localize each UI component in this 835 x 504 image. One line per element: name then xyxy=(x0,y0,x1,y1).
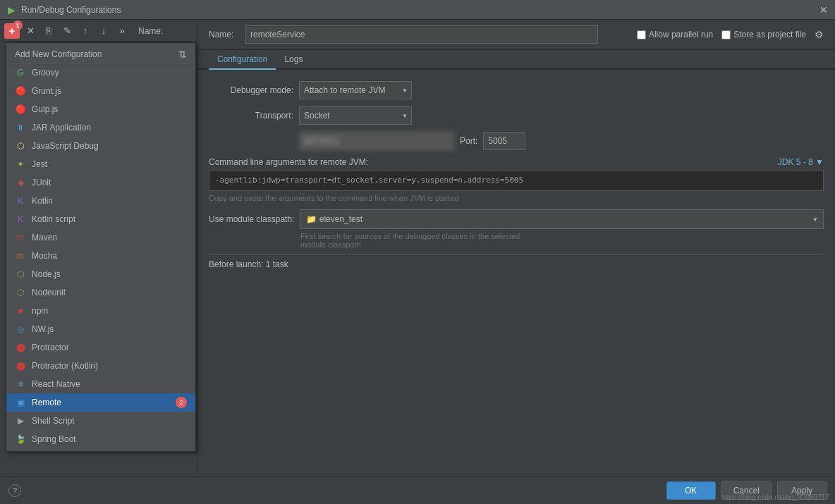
title-bar: ▶ Run/Debug Configurations ✕ xyxy=(0,0,835,20)
spring-boot-label: Spring Boot xyxy=(32,434,76,444)
sidebar-item-spring-boot[interactable]: 🍃 Spring Boot xyxy=(6,430,195,448)
ok-button[interactable]: OK xyxy=(666,481,716,500)
sidebar-item-kotlin[interactable]: K Kotlin xyxy=(6,192,195,210)
delete-button[interactable]: ✕ xyxy=(23,23,38,39)
sidebar-item-jest[interactable]: ✦ Jest xyxy=(6,155,195,173)
sidebar-toolbar: + 1 ✕ ⎘ ✎ ↑ ↓ » Name: xyxy=(0,20,197,42)
host-port-row: Port: xyxy=(209,132,824,150)
gulpjs-label: Gulp.js xyxy=(32,104,58,114)
sidebar-item-kotlin-script[interactable]: K Kotlin script xyxy=(6,210,195,228)
jsdebug-label: JavaScript Debug xyxy=(32,141,99,151)
move-down-button[interactable]: ↓ xyxy=(96,23,111,39)
sidebar-item-nodeunit[interactable]: ⬡ Nodeunit xyxy=(6,283,195,302)
badge-1: 1 xyxy=(13,20,23,30)
jar-icon: II xyxy=(15,122,26,133)
groovy-label: Groovy xyxy=(32,68,59,78)
name-label: Name: xyxy=(209,30,237,39)
module-classpath-select[interactable]: 📁 eleven_test xyxy=(300,209,824,229)
sidebar-item-protractor[interactable]: ⬤ Protractor xyxy=(6,338,195,357)
sidebar-item-protractor-kotlin[interactable]: ⬤ Protractor (Kotlin) xyxy=(6,357,195,375)
jdk-link[interactable]: JDK 5 - 8 ▼ xyxy=(778,157,824,167)
module-select-wrapper: 📁 eleven_test xyxy=(300,209,824,229)
host-input[interactable] xyxy=(299,132,454,150)
main-layout: + 1 ✕ ⎘ ✎ ↑ ↓ » Name: Add New Configurat… xyxy=(0,20,835,476)
tab-logs[interactable]: Logs xyxy=(276,50,311,70)
tab-configuration[interactable]: Configuration xyxy=(209,50,276,70)
gear-icon[interactable]: ⚙ xyxy=(815,29,824,40)
nodeunit-icon: ⬡ xyxy=(15,287,26,298)
spring-boot-icon: 🍃 xyxy=(15,434,26,445)
mocha-icon: m xyxy=(15,250,26,262)
transport-select[interactable]: Socket Shared memory xyxy=(299,106,412,125)
sidebar-item-jar[interactable]: II JAR Application xyxy=(6,118,195,137)
sidebar-item-nwjs[interactable]: ◎ NW.js xyxy=(6,320,195,338)
sidebar-item-remote[interactable]: ▣ Remote 2 xyxy=(6,393,195,412)
sidebar-item-npm[interactable]: ■ npm xyxy=(6,302,195,320)
settings-button[interactable]: ✎ xyxy=(59,23,75,39)
protractor-label: Protractor xyxy=(32,343,69,352)
groovy-icon: G xyxy=(15,67,26,78)
sidebar-item-junit[interactable]: ◆ JUnit xyxy=(6,173,195,192)
cmdline-header: Command line arguments for remote JVM: J… xyxy=(209,157,824,167)
npm-icon: ■ xyxy=(15,305,26,316)
sidebar-item-nodejs[interactable]: ⬡ Node.js xyxy=(6,265,195,283)
debugger-mode-row: Debugger mode: Attach to remote JVM List… xyxy=(209,81,824,99)
debugger-mode-select[interactable]: Attach to remote JVM Listen to remote JV… xyxy=(299,81,412,99)
sidebar-item-gruntjs[interactable]: 🔴 Grunt.js xyxy=(6,82,195,100)
remote-label: Remote xyxy=(32,398,61,407)
sidebar-item-groovy[interactable]: G Groovy xyxy=(6,63,195,82)
window-title: Run/Debug Configurations xyxy=(21,5,121,15)
sidebar-item-react-native[interactable]: ⚛ React Native xyxy=(6,375,195,393)
store-as-project-checkbox[interactable] xyxy=(721,30,731,39)
content-area: Name: Allow parallel run Store as projec… xyxy=(197,20,835,476)
kotlin-script-icon: K xyxy=(15,214,26,225)
name-label: Name: xyxy=(138,26,163,36)
sidebar-item-mocha[interactable]: m Mocha xyxy=(6,247,195,265)
junit-label: JUnit xyxy=(32,178,51,188)
module-hint: First search for sources of the debugged… xyxy=(209,232,824,249)
sort-button[interactable]: » xyxy=(114,23,130,39)
debugger-mode-label: Debugger mode: xyxy=(209,85,293,95)
bottom-bar: OK Cancel Apply xyxy=(0,476,835,504)
port-input[interactable] xyxy=(483,132,525,150)
window-icon: ▶ xyxy=(6,4,17,16)
name-input[interactable] xyxy=(245,25,598,44)
add-config-popup: Add New Configuration ⇅ G Groovy 🔴 Grunt… xyxy=(6,42,196,452)
help-icon[interactable]: ? xyxy=(8,484,21,497)
copy-button[interactable]: ⎘ xyxy=(41,23,56,39)
gruntjs-label: Grunt.js xyxy=(32,86,61,96)
allow-parallel-label[interactable]: Allow parallel run xyxy=(637,30,713,39)
cmdline-hint: Copy and paste the arguments to the comm… xyxy=(209,194,824,202)
maven-icon: m xyxy=(15,232,26,243)
protractor-kotlin-label: Protractor (Kotlin) xyxy=(32,361,98,371)
transport-row: Transport: Socket Shared memory xyxy=(209,106,824,125)
nodejs-label: Node.js xyxy=(32,269,61,279)
shell-script-icon: ▶ xyxy=(15,415,26,426)
sidebar-item-gulpjs[interactable]: 🔴 Gulp.js xyxy=(6,100,195,118)
popup-sort-icon: ⇅ xyxy=(178,49,187,60)
gulpjs-icon: 🔴 xyxy=(15,104,26,115)
jest-icon: ✦ xyxy=(15,159,26,170)
kotlin-icon: K xyxy=(15,195,26,207)
sidebar: + 1 ✕ ⎘ ✎ ↑ ↓ » Name: Add New Configurat… xyxy=(0,20,197,476)
allow-parallel-checkbox[interactable] xyxy=(637,30,646,39)
jest-label: Jest xyxy=(32,159,47,169)
mocha-label: Mocha xyxy=(32,251,57,261)
store-as-project-label[interactable]: Store as project file xyxy=(721,30,806,39)
cmdline-section: Command line arguments for remote JVM: J… xyxy=(209,157,824,202)
badge-2: 2 xyxy=(176,397,187,408)
add-config-button[interactable]: + 1 xyxy=(4,23,20,39)
sidebar-item-jsdebug[interactable]: ⬡ JavaScript Debug xyxy=(6,137,195,155)
tabs-bar: Configuration Logs xyxy=(197,50,835,70)
debugger-mode-select-wrapper: Attach to remote JVM Listen to remote JV… xyxy=(299,81,412,99)
move-up-button[interactable]: ↑ xyxy=(78,23,93,39)
jar-label: JAR Application xyxy=(32,123,91,133)
sidebar-item-maven[interactable]: m Maven xyxy=(6,228,195,247)
cmdline-box: -agentlib:jdwp=transport=dt_socket,serve… xyxy=(209,170,824,191)
jsdebug-icon: ⬡ xyxy=(15,140,26,152)
nodeunit-label: Nodeunit xyxy=(32,288,66,297)
close-button[interactable]: ✕ xyxy=(818,4,829,16)
name-options: Allow parallel run Store as project file… xyxy=(637,29,824,40)
config-form: Debugger mode: Attach to remote JVM List… xyxy=(197,70,835,476)
sidebar-item-shell-script[interactable]: ▶ Shell Script xyxy=(6,412,195,430)
